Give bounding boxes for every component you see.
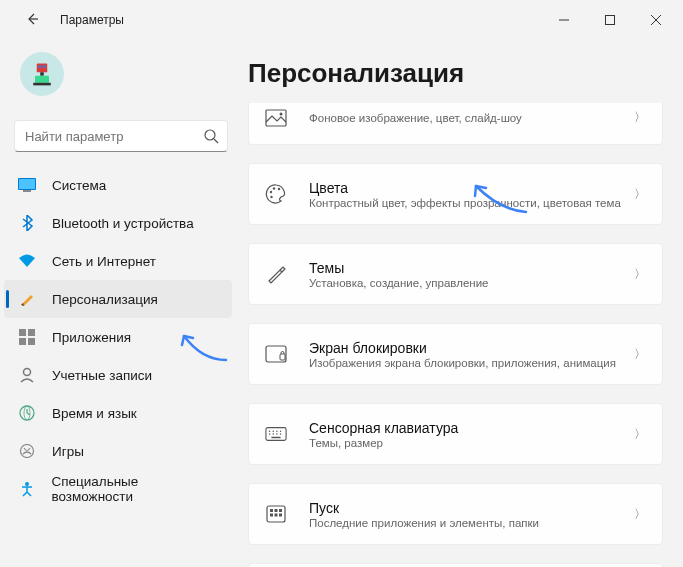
chevron-right-icon: 〉 (634, 109, 646, 126)
svg-rect-2 (39, 65, 42, 68)
nav-label: Персонализация (52, 292, 158, 307)
svg-rect-44 (279, 514, 282, 517)
nav-item-network[interactable]: Сеть и Интернет (4, 242, 232, 280)
svg-point-7 (205, 130, 215, 140)
card-themes[interactable]: Темы Установка, создание, управление 〉 (248, 243, 663, 305)
avatar[interactable] (20, 52, 64, 96)
close-button[interactable] (633, 4, 679, 36)
svg-point-21 (280, 112, 283, 115)
card-sub: Последние приложения и элементы, папки (309, 517, 634, 529)
svg-point-32 (280, 431, 281, 432)
back-button[interactable] (20, 12, 44, 29)
card-title: Пуск (309, 500, 634, 516)
svg-point-25 (270, 196, 272, 198)
svg-point-15 (24, 369, 31, 376)
card-colors[interactable]: Цвета Контрастный цвет, эффекты прозрачн… (248, 163, 663, 225)
palette-icon (265, 184, 287, 204)
svg-rect-27 (280, 354, 285, 360)
nav-label: Система (52, 178, 106, 193)
svg-point-22 (270, 191, 272, 193)
search-icon (203, 128, 219, 148)
chevron-right-icon: 〉 (634, 266, 646, 283)
titlebar: Параметры (0, 0, 683, 40)
nav-item-apps[interactable]: Приложения (4, 318, 232, 356)
svg-point-23 (273, 187, 275, 189)
svg-point-35 (276, 433, 277, 434)
nav-label: Время и язык (52, 406, 137, 421)
globe-clock-icon (18, 404, 36, 422)
nav-label: Bluetooth и устройства (52, 216, 194, 231)
card-background[interactable]: Фоновое изображение, цвет, слайд-шоу 〉 (248, 103, 663, 145)
nav-label: Учетные записи (52, 368, 152, 383)
svg-rect-3 (43, 65, 46, 68)
card-touch-keyboard[interactable]: Сенсорная клавиатура Темы, размер 〉 (248, 403, 663, 465)
svg-rect-11 (19, 329, 26, 336)
card-title: Темы (309, 260, 634, 276)
gaming-icon (18, 442, 36, 460)
svg-rect-6 (33, 83, 51, 86)
card-sub: Фоновое изображение, цвет, слайд-шоу (309, 112, 634, 124)
card-start[interactable]: Пуск Последние приложения и элементы, па… (248, 483, 663, 545)
system-icon (18, 176, 36, 194)
chevron-right-icon: 〉 (634, 186, 646, 203)
start-icon (265, 505, 287, 523)
window-title: Параметры (60, 13, 124, 27)
chevron-right-icon: 〉 (634, 426, 646, 443)
search-input[interactable] (15, 121, 227, 151)
svg-point-34 (273, 433, 274, 434)
pen-icon (265, 264, 287, 284)
nav-item-system[interactable]: Система (4, 166, 232, 204)
nav-label: Сеть и Интернет (52, 254, 156, 269)
svg-rect-37 (271, 437, 280, 438)
maximize-button[interactable] (587, 4, 633, 36)
svg-point-31 (276, 431, 277, 432)
main-content: Персонализация Фоновое изображение, цвет… (248, 44, 677, 567)
svg-rect-9 (19, 179, 35, 189)
page-title: Персонализация (248, 44, 677, 103)
minimize-button[interactable] (541, 4, 587, 36)
search-box[interactable] (14, 120, 228, 152)
svg-point-36 (280, 433, 281, 434)
svg-rect-0 (606, 16, 615, 25)
svg-rect-4 (40, 72, 44, 76)
nav-item-accessibility[interactable]: Специальные возможности (4, 470, 232, 508)
svg-rect-43 (275, 514, 278, 517)
accessibility-icon (18, 480, 35, 498)
nav-item-personalization[interactable]: Персонализация (4, 280, 232, 318)
svg-rect-12 (28, 329, 35, 336)
card-lockscreen[interactable]: Экран блокировки Изображения экрана блок… (248, 323, 663, 385)
nav-label: Специальные возможности (51, 474, 218, 504)
svg-rect-14 (28, 338, 35, 345)
wifi-icon (18, 252, 36, 270)
svg-rect-13 (19, 338, 26, 345)
chevron-right-icon: 〉 (634, 346, 646, 363)
svg-point-24 (278, 188, 280, 190)
nav-item-bluetooth[interactable]: Bluetooth и устройства (4, 204, 232, 242)
nav-label: Приложения (52, 330, 131, 345)
card-title: Цвета (309, 180, 634, 196)
svg-rect-39 (270, 509, 273, 512)
nav-item-gaming[interactable]: Игры (4, 432, 232, 470)
card-sub: Контрастный цвет, эффекты прозрачности, … (309, 197, 634, 209)
svg-rect-1 (37, 64, 48, 73)
keyboard-icon (265, 426, 287, 442)
person-icon (18, 366, 36, 384)
nav-item-accounts[interactable]: Учетные записи (4, 356, 232, 394)
svg-point-29 (269, 431, 270, 432)
nav-list: Система Bluetooth и устройства Сеть и Ин… (0, 166, 240, 508)
chevron-right-icon: 〉 (634, 506, 646, 523)
svg-rect-41 (279, 509, 282, 512)
paintbrush-icon (18, 290, 36, 308)
svg-rect-42 (270, 514, 273, 517)
card-title: Экран блокировки (309, 340, 634, 356)
card-sub: Установка, создание, управление (309, 277, 634, 289)
card-taskbar[interactable]: Панель задач Поведение панели задач, ПИН… (248, 563, 663, 567)
svg-point-30 (273, 431, 274, 432)
svg-rect-40 (275, 509, 278, 512)
sidebar: Система Bluetooth и устройства Сеть и Ин… (0, 40, 240, 508)
card-sub: Темы, размер (309, 437, 634, 449)
nav-item-time-language[interactable]: Время и язык (4, 394, 232, 432)
svg-rect-10 (23, 190, 31, 192)
card-title: Сенсорная клавиатура (309, 420, 634, 436)
nav-label: Игры (52, 444, 84, 459)
